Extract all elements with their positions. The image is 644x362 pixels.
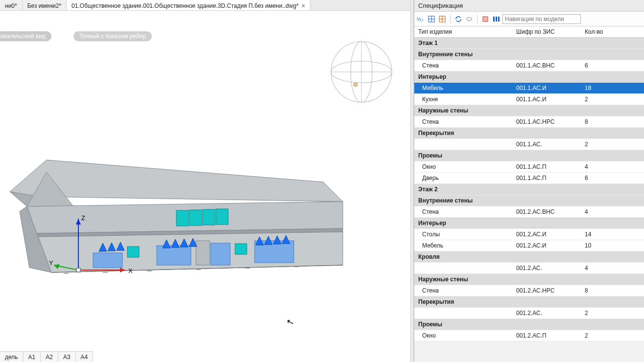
cursor-icon: ↖ bbox=[285, 316, 295, 328]
table-row[interactable]: Дверь001.1.АС.П6 bbox=[414, 173, 644, 184]
doc-tab-0[interactable]: ни0* bbox=[0, 0, 23, 10]
table-row[interactable]: Столы001.2.АС.И14 bbox=[414, 229, 644, 240]
pane-gutter[interactable] bbox=[410, 0, 414, 362]
row-label: Этаж 2 bbox=[414, 184, 644, 195]
table-row[interactable]: 001.1.АС.2 bbox=[414, 139, 644, 150]
columns-icon[interactable] bbox=[492, 15, 501, 23]
table-row[interactable]: Мебель001.2.АС.И10 bbox=[414, 240, 644, 251]
svg-rect-59 bbox=[496, 17, 497, 22]
subgroup-row[interactable]: Перекрытия bbox=[414, 128, 644, 139]
model-filter-input[interactable] bbox=[502, 14, 581, 24]
col-code[interactable]: Шифр по ЗИС bbox=[512, 26, 581, 38]
group-row[interactable]: Этаж 1 bbox=[414, 38, 644, 49]
cell-count: 4 bbox=[581, 263, 644, 274]
svg-rect-48 bbox=[76, 268, 80, 272]
table-row[interactable]: Мебель001.1.АС.И18 bbox=[414, 83, 644, 94]
svg-rect-29 bbox=[211, 243, 230, 265]
subgroup-row[interactable]: Кровля bbox=[414, 251, 644, 263]
table-row[interactable]: Кухня001.1.АС.И2 bbox=[414, 94, 644, 105]
doc-tab-2[interactable]: 01.Общественное здание.001.Общественное … bbox=[67, 0, 310, 10]
link-icon[interactable] bbox=[465, 15, 474, 23]
cell-code: 001.1.АС.ВНС bbox=[512, 60, 581, 71]
sheet-tab-label: A4 bbox=[81, 354, 88, 361]
table-row[interactable]: Стена001.2.АС.НРС8 bbox=[414, 285, 644, 296]
doc-tab-1[interactable]: Без имени2* bbox=[23, 0, 67, 10]
cell-type: Стена bbox=[414, 60, 512, 71]
mode-badge[interactable]: Точный с показом ребер bbox=[73, 31, 152, 41]
table-row[interactable]: Окно001.2.АС.П2 bbox=[414, 330, 644, 341]
compass-widget[interactable] bbox=[327, 38, 396, 106]
toolbar-separator bbox=[450, 15, 451, 23]
col-label: Тип изделия bbox=[418, 28, 452, 35]
group-row[interactable]: Этаж 2 bbox=[414, 184, 644, 195]
svg-text:½↓: ½↓ bbox=[417, 16, 424, 22]
table-row[interactable]: 001.2.АС.2 bbox=[414, 308, 644, 319]
cell-type bbox=[414, 139, 512, 150]
subgroup-row[interactable]: Интерьер bbox=[414, 218, 644, 229]
svg-rect-22 bbox=[203, 209, 215, 225]
sheet-tab-a1[interactable]: A1 bbox=[24, 352, 41, 362]
svg-rect-20 bbox=[176, 210, 189, 226]
sheet-tab-a4[interactable]: A4 bbox=[76, 352, 94, 362]
document-tabs: ни0* Без имени2* 01.Общественное здание.… bbox=[0, 0, 410, 11]
cell-type: Стена bbox=[414, 206, 512, 218]
subgroup-row[interactable]: Наружные стены bbox=[414, 105, 644, 116]
subgroup-row[interactable]: Наружные стены bbox=[414, 274, 644, 285]
col-count[interactable]: Кол-во bbox=[581, 26, 644, 38]
cell-code: 001.2.АС.И bbox=[512, 240, 581, 251]
svg-rect-23 bbox=[216, 209, 228, 225]
table-row[interactable]: Стена001.1.АС.ВНС6 bbox=[414, 60, 644, 71]
subgroup-row[interactable]: Внутренние стены bbox=[414, 49, 644, 60]
cell-code: 001.1.АС.И bbox=[512, 94, 581, 105]
sheet-tab-label: A2 bbox=[46, 354, 53, 361]
table-row[interactable]: Окно001.1.АС.П4 bbox=[414, 161, 644, 173]
row-label: Интерьер bbox=[414, 218, 644, 229]
col-label: Кол-во bbox=[585, 28, 603, 35]
sync-icon[interactable] bbox=[454, 15, 463, 23]
cell-code: 001.2.АС. bbox=[512, 308, 581, 319]
axis-x-label: X bbox=[128, 267, 133, 274]
mode-badge-label: Точный с показом ребер bbox=[79, 33, 146, 40]
col-type[interactable]: Тип изделия bbox=[414, 26, 512, 38]
cell-code: 001.2.АС.НРС bbox=[512, 285, 581, 296]
cell-type bbox=[414, 263, 512, 274]
cell-count: 18 bbox=[581, 83, 644, 94]
subgroup-row[interactable]: Интерьер bbox=[414, 71, 644, 83]
view-badge[interactable]: льзовательский вид bbox=[0, 31, 51, 41]
view-badge-label: льзовательский вид bbox=[0, 33, 46, 40]
svg-rect-25 bbox=[235, 244, 247, 254]
model-viewport[interactable]: льзовательский вид Точный с показом ребе… bbox=[0, 11, 410, 362]
close-icon[interactable]: × bbox=[302, 2, 305, 9]
subgroup-row[interactable]: Перекрытия bbox=[414, 296, 644, 308]
cell-type: Дверь bbox=[414, 173, 512, 184]
sheet-tab-a2[interactable]: A2 bbox=[41, 352, 58, 362]
highlight-icon[interactable] bbox=[481, 15, 490, 23]
table-row[interactable]: Стена001.2.АС.ВНС4 bbox=[414, 206, 644, 218]
svg-rect-21 bbox=[190, 210, 202, 226]
cell-type: Кухня bbox=[414, 94, 512, 105]
svg-rect-27 bbox=[93, 253, 122, 268]
sheet-tab-model[interactable]: дель bbox=[0, 352, 24, 362]
sheet-tab-label: A1 bbox=[28, 354, 36, 361]
panel-toolbar: ½↓ bbox=[414, 12, 644, 26]
grid2-icon[interactable] bbox=[438, 15, 447, 23]
cell-code: 001.2.АС.ВНС bbox=[512, 206, 581, 218]
cell-count: 14 bbox=[581, 229, 644, 240]
row-label: Внутренние стены bbox=[414, 49, 644, 60]
spec-table-wrap[interactable]: Тип изделия Шифр по ЗИС Кол-во Этаж 1Вну… bbox=[414, 26, 644, 362]
sort-icon[interactable]: ½↓ bbox=[416, 15, 425, 23]
cell-type: Окно bbox=[414, 330, 512, 341]
svg-rect-24 bbox=[127, 247, 139, 257]
subgroup-row[interactable]: Проемы bbox=[414, 150, 644, 161]
subgroup-row[interactable]: Проемы bbox=[414, 319, 644, 330]
sheet-tab-a3[interactable]: A3 bbox=[58, 352, 76, 362]
cell-count: 8 bbox=[581, 285, 644, 296]
cell-code: 001.2.АС.И bbox=[512, 229, 581, 240]
row-label: Проемы bbox=[414, 150, 644, 161]
subgroup-row[interactable]: Внутренние стены bbox=[414, 195, 644, 206]
table-row[interactable]: Стена001.1.АС.НРС8 bbox=[414, 116, 644, 128]
table-row[interactable]: 001.2.АС.4 bbox=[414, 263, 644, 274]
cell-code: 001.1.АС.П bbox=[512, 161, 581, 173]
row-label: Проемы bbox=[414, 319, 644, 330]
grid-icon[interactable] bbox=[427, 15, 436, 23]
